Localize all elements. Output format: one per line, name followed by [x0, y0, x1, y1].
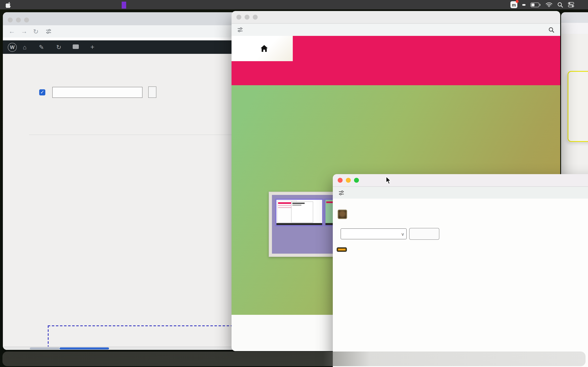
divider: [29, 134, 232, 135]
site-settings-icon[interactable]: [338, 190, 344, 196]
app-status-icon[interactable]: m: [510, 1, 517, 8]
partial-select[interactable]: [148, 86, 156, 98]
site-nav-row2: [232, 61, 560, 85]
desktop: ← → ↻ W ⌂ ✎ ↻ + ✓: [0, 0, 588, 367]
updates-icon: ↻: [56, 43, 61, 51]
mouse-cursor: [385, 176, 392, 185]
zoom-button[interactable]: [24, 17, 29, 22]
record-page: v: [333, 199, 588, 367]
reload-button[interactable]: ↻: [33, 27, 39, 35]
forward-button[interactable]: →: [21, 28, 27, 35]
apple-icon[interactable]: [6, 1, 11, 8]
zoom-button[interactable]: [354, 178, 359, 183]
nav-home[interactable]: [232, 36, 293, 61]
record-button[interactable]: [337, 248, 346, 251]
rjm-urlbar[interactable]: [232, 24, 560, 36]
input-source-badge[interactable]: [522, 4, 526, 6]
record-titlebar[interactable]: [333, 174, 588, 187]
minimize-button[interactable]: [16, 17, 21, 22]
menu-bar: m: [0, 0, 588, 9]
window-controls[interactable]: [236, 15, 258, 20]
site-settings-icon[interactable]: [46, 29, 52, 34]
record-window[interactable]: v: [333, 174, 588, 367]
scrollbar-segment: [30, 347, 60, 350]
close-button[interactable]: [338, 178, 343, 183]
status-area: m: [510, 1, 588, 8]
back-button[interactable]: ←: [9, 28, 15, 35]
minimize-button[interactable]: [346, 178, 351, 183]
non-hashtag-form: ✓: [39, 86, 156, 98]
plus-icon: +: [90, 43, 94, 51]
email-field[interactable]: [52, 87, 143, 98]
house-icon: [260, 44, 268, 53]
window-controls[interactable]: [338, 178, 359, 183]
home-icon: ⌂: [23, 44, 26, 50]
search-icon[interactable]: [557, 2, 563, 8]
embedded-screenshot-thumbnail[interactable]: [269, 192, 337, 257]
yellow-note: [568, 71, 588, 142]
non-hashtag-checkbox[interactable]: ✓: [39, 89, 45, 95]
minimize-button[interactable]: [245, 15, 250, 20]
site-nav-row1: [232, 36, 560, 61]
control-center-icon[interactable]: [568, 2, 574, 7]
chevron-down-icon: v: [402, 231, 404, 236]
record-controls: v: [338, 228, 588, 240]
rjm-titlebar[interactable]: [232, 11, 560, 24]
wordpress-icon[interactable]: W: [8, 43, 17, 52]
magnifier-icon[interactable]: [548, 27, 554, 33]
record-urlbar[interactable]: [333, 187, 588, 200]
dock[interactable]: [2, 351, 586, 366]
dashed-frame: [48, 325, 241, 350]
wifi-icon[interactable]: [545, 2, 553, 7]
media-type-select[interactable]: v: [341, 228, 407, 239]
scrollbar-thumb[interactable]: [60, 347, 109, 350]
brush-icon: ✎: [39, 43, 44, 51]
seconds-input[interactable]: [409, 228, 439, 240]
battery-icon[interactable]: [530, 2, 541, 7]
zoom-button[interactable]: [253, 15, 258, 20]
close-button[interactable]: [236, 15, 241, 20]
mini-screenshot: [275, 199, 323, 226]
annotation-caret: [122, 2, 126, 8]
close-button[interactable]: [8, 17, 13, 22]
window-controls[interactable]: [8, 17, 29, 22]
comments-icon: [73, 44, 79, 49]
site-settings-icon[interactable]: [237, 27, 243, 33]
avatar-thumbnail[interactable]: [338, 210, 347, 219]
